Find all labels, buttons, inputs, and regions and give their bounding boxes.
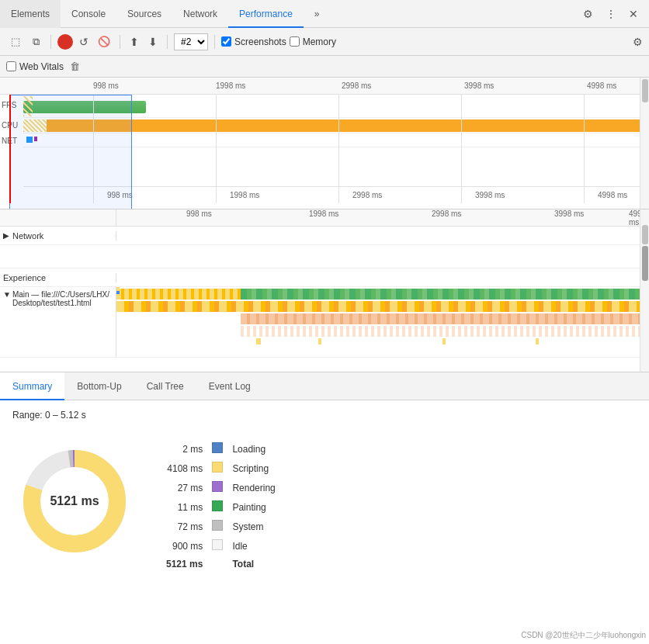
ruler-mark-3: 2998 ms [342, 81, 371, 90]
main-scattered-bars [241, 326, 649, 337]
web-vitals-checkbox[interactable] [6, 61, 16, 71]
experience-label[interactable]: Experience [0, 273, 116, 282]
trash-icon[interactable]: 🗑 [70, 61, 80, 72]
detail-ruler-spacer [0, 209, 116, 226]
sep-2 [120, 35, 120, 49]
main-small-3 [442, 338, 446, 345]
tab-call-tree[interactable]: Call Tree [134, 372, 196, 400]
more-options-icon[interactable]: ⋮ [601, 5, 621, 23]
detail-scrollbar[interactable] [640, 209, 649, 372]
system-color-cell [207, 517, 227, 536]
screenshots-checkbox[interactable] [221, 36, 231, 47]
donut-center: 5121 ms [50, 494, 99, 508]
inspect-icon[interactable]: ⬚ [6, 33, 25, 50]
accent-3 [116, 295, 120, 298]
tab-event-log[interactable]: Event Log [196, 372, 263, 400]
tab-network[interactable]: Network [172, 0, 228, 28]
close-icon[interactable]: ✕ [624, 5, 643, 23]
main-collapse-icon[interactable]: ▼ [3, 290, 11, 299]
tab-bottom-up[interactable]: Bottom-Up [64, 372, 134, 400]
tab-sources[interactable]: Sources [116, 0, 172, 28]
main-row-2 [116, 301, 649, 312]
loading-color-cell [207, 439, 227, 459]
perf-settings-button[interactable]: ⚙ [633, 36, 643, 48]
export-button[interactable]: ⬇ [145, 34, 161, 50]
main-small-4 [536, 338, 539, 345]
vitals-toolbar: Web Vitals 🗑 [0, 56, 649, 78]
screenshots-checkbox-label[interactable]: Screenshots [221, 36, 286, 47]
idle-color-cell [207, 536, 227, 556]
fps-track[interactable] [23, 96, 640, 116]
network-track [116, 227, 649, 244]
system-value: 72 ms [161, 517, 207, 536]
timeline-detail[interactable]: 998 ms 1998 ms 2998 ms 3998 ms 4998 ms ▶… [0, 209, 649, 372]
main-tab-bar: Elements Console Sources Network Perform… [0, 0, 649, 28]
overview-bottom-ruler: 998 ms 1998 ms 2998 ms 3998 ms 4998 ms [23, 186, 649, 203]
screenshots-label: Screenshots [234, 36, 286, 47]
network-expand-icon[interactable]: ▶ [3, 231, 9, 240]
bottom-tabs: Summary Bottom-Up Call Tree Event Log [0, 372, 649, 400]
loading-label: Loading [227, 439, 279, 459]
tab-elements[interactable]: Elements [0, 0, 61, 28]
main-row-3 [241, 313, 649, 324]
legend-row-scripting: 4108 ms Scripting [161, 459, 280, 478]
web-vitals-label: Web Vitals [19, 61, 64, 72]
playhead [9, 95, 11, 203]
legend-row-rendering: 27 ms Rendering [161, 478, 280, 497]
import-button[interactable]: ⬆ [127, 34, 142, 50]
rendering-value: 27 ms [161, 478, 207, 497]
clear-button[interactable]: 🚫 [95, 34, 113, 49]
overview-scrollbar-thumb[interactable] [642, 79, 648, 102]
net-track[interactable] [23, 135, 640, 146]
scripting-value: 4108 ms [161, 459, 207, 478]
experience-track [116, 268, 649, 286]
summary-panel: Range: 0 – 5.12 s 5121 ms [0, 400, 649, 644]
legend-row-painting: 11 ms Painting [161, 497, 280, 517]
tab-console[interactable]: Console [61, 0, 116, 28]
fps-row: FPS [23, 95, 649, 118]
rendering-color-cell [207, 478, 227, 497]
idle-value: 900 ms [161, 536, 207, 556]
bottom-ruler-5: 4998 ms [598, 191, 627, 199]
tab-performance[interactable]: Performance [228, 0, 304, 28]
settings-icon[interactable]: ⚙ [578, 5, 598, 23]
bottom-ruler-1: 998 ms [107, 191, 133, 199]
ruler-mark-1: 998 ms [93, 81, 119, 90]
detail-tick-3: 2998 ms [432, 209, 461, 218]
overview-scrollbar[interactable] [640, 78, 649, 209]
tab-more[interactable]: » [304, 0, 331, 28]
fps-stripes [23, 96, 33, 116]
cpu-bar [47, 119, 640, 132]
detail-tick-2: 1998 ms [309, 209, 338, 218]
network-text: Network [12, 231, 43, 241]
detail-scrollbar-thumb-active[interactable] [642, 246, 648, 281]
rendering-color [212, 481, 223, 492]
cpu-stripes [23, 119, 47, 132]
net-bar-1 [26, 137, 33, 143]
loading-color [212, 442, 223, 453]
main-track[interactable] [116, 287, 649, 357]
main-label[interactable]: ▼ Main — file:///C:/Users/LHX/Desktop/te… [0, 287, 116, 357]
cpu-row: CPU [23, 118, 649, 133]
donut-chart: 5121 ms [12, 439, 137, 563]
bottom-ruler-2: 1998 ms [230, 191, 259, 199]
reload-button[interactable]: ↺ [76, 34, 92, 50]
tab-summary[interactable]: Summary [0, 372, 64, 400]
cpu-track[interactable] [23, 119, 640, 132]
detail-scrollbar-thumb[interactable] [642, 225, 648, 244]
device-icon[interactable]: ⧉ [28, 33, 44, 51]
rendering-label: Rendering [227, 478, 279, 497]
net-bar-2 [34, 137, 37, 141]
devtools-toolbar: ⬚ ⧉ ↺ 🚫 ⬆ ⬇ #2 #1 Screenshots Memory ⚙ [0, 28, 649, 56]
painting-color-cell [207, 497, 227, 517]
memory-checkbox[interactable] [290, 36, 300, 47]
idle-label: Idle [227, 536, 279, 556]
profile-select[interactable]: #2 #1 [174, 33, 208, 50]
web-vitals-checkbox-label[interactable]: Web Vitals [6, 61, 64, 72]
loading-value: 2 ms [161, 439, 207, 459]
legend-row-total: 5121 ms Total [161, 556, 280, 573]
painting-color [212, 500, 223, 511]
memory-checkbox-label[interactable]: Memory [290, 36, 336, 47]
record-button[interactable] [57, 34, 73, 50]
network-label[interactable]: ▶ Network [0, 231, 116, 241]
